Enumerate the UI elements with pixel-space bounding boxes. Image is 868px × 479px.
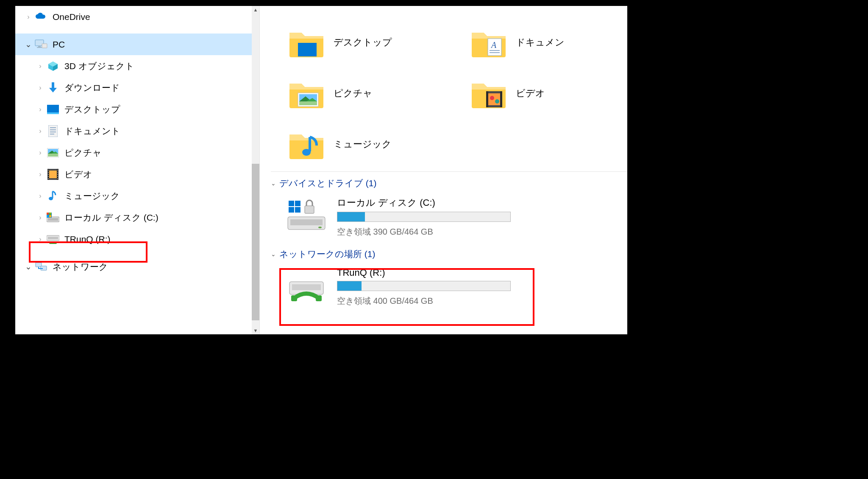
tree-label: ビデオ <box>64 168 252 180</box>
tree-label: PC <box>53 39 252 50</box>
tree-item-3d-objects[interactable]: › 3D オブジェクト <box>15 55 252 77</box>
navigation-pane: › OneDrive ⌄ <box>15 6 260 334</box>
tree-item-pictures[interactable]: › ピクチャ <box>15 142 252 163</box>
svg-point-60 <box>490 96 494 100</box>
expand-icon[interactable]: › <box>35 192 46 200</box>
svg-rect-31 <box>57 172 58 173</box>
tree-label: ネットワーク <box>53 261 252 273</box>
folder-tile-videos[interactable]: ビデオ <box>442 68 624 119</box>
tree-item-desktop[interactable]: › デスクトップ <box>15 98 252 120</box>
svg-rect-2 <box>37 47 42 48</box>
desktop-icon <box>46 102 60 117</box>
svg-rect-27 <box>48 174 49 175</box>
nav-scrollbar[interactable]: ▲ ▼ <box>252 6 259 334</box>
local-drive-icon <box>46 210 60 225</box>
network-drive-large-icon <box>286 267 327 303</box>
expand-icon[interactable]: › <box>35 106 46 113</box>
drive-tile-r[interactable]: TRunQ (R:) 空き領域 400 GB/464 GB <box>286 263 523 314</box>
local-drive-large-icon <box>286 196 327 232</box>
svg-rect-30 <box>57 170 58 171</box>
svg-rect-7 <box>52 82 54 88</box>
expand-icon[interactable]: › <box>35 127 46 135</box>
folder-tile-desktop[interactable]: デスクトップ <box>260 17 442 68</box>
tree-label: ミュージック <box>64 190 252 202</box>
svg-rect-39 <box>47 213 49 215</box>
tree-label: TRunQ (R:) <box>64 234 252 244</box>
folder-label: ミュージック <box>334 138 392 151</box>
svg-rect-42 <box>49 215 51 217</box>
svg-rect-10 <box>47 112 59 114</box>
folder-tile-music[interactable]: ミュージック <box>260 119 442 170</box>
svg-rect-76 <box>291 295 297 301</box>
folder-tile-documents[interactable]: A ドキュメン <box>442 17 624 68</box>
collapse-icon[interactable]: ⌄ <box>23 39 34 49</box>
expand-icon[interactable]: › <box>35 235 46 243</box>
tree-item-r-drive[interactable]: › TRunQ (R:) <box>15 228 252 250</box>
group-title: ネットワークの場所 (1) <box>279 248 376 260</box>
document-icon <box>46 124 60 138</box>
group-title: デバイスとドライブ (1) <box>279 177 377 189</box>
expand-icon[interactable]: › <box>23 13 34 21</box>
chevron-down-icon[interactable]: ⌄ <box>271 251 279 258</box>
svg-rect-20 <box>48 154 58 157</box>
explorer-window: › OneDrive ⌄ <box>15 6 627 334</box>
drive-name: ローカル ディスク (C:) <box>337 196 511 209</box>
capacity-fill <box>337 212 365 221</box>
pictures-folder-icon <box>289 76 324 111</box>
drive-name: TRunQ (R:) <box>337 267 511 278</box>
tree-item-videos[interactable]: › ビデオ <box>15 163 252 185</box>
svg-rect-72 <box>295 207 300 213</box>
svg-point-64 <box>302 149 311 156</box>
pc-icon <box>34 37 48 52</box>
tree-item-onedrive[interactable]: › OneDrive <box>15 6 252 28</box>
scroll-track[interactable] <box>252 14 259 327</box>
svg-rect-71 <box>289 207 294 213</box>
svg-rect-69 <box>289 201 294 206</box>
expand-icon[interactable]: › <box>35 171 46 178</box>
collapse-icon[interactable]: ⌄ <box>23 262 34 272</box>
tree-label: ピクチャ <box>64 147 252 159</box>
tree-item-downloads[interactable]: › ダウンロード <box>15 77 252 98</box>
group-header-network[interactable]: ⌄ ネットワークの場所 (1) <box>260 245 627 263</box>
tree-item-c-drive[interactable]: › ローカル ディスク (C:) <box>15 207 252 228</box>
tree-label: ダウンロード <box>64 82 252 94</box>
group-header-devices[interactable]: ⌄ デバイスとドライブ (1) <box>260 174 627 192</box>
expand-icon[interactable]: › <box>35 149 46 157</box>
tree-item-pc[interactable]: ⌄ PC <box>15 34 252 55</box>
svg-rect-75 <box>292 284 321 290</box>
svg-rect-63 <box>500 91 502 107</box>
tree-item-music[interactable]: › ミュージック <box>15 185 252 207</box>
network-drive-icon <box>46 232 60 247</box>
svg-text:A: A <box>490 40 497 50</box>
music-folder-icon <box>289 126 324 162</box>
drive-tile-c[interactable]: ローカル ディスク (C:) 空き領域 390 GB/464 GB <box>286 192 523 245</box>
scroll-down-button[interactable]: ▼ <box>252 327 259 334</box>
svg-rect-44 <box>48 237 58 239</box>
svg-rect-11 <box>48 125 58 137</box>
svg-rect-59 <box>488 93 500 105</box>
chevron-down-icon[interactable]: ⌄ <box>271 180 279 187</box>
svg-rect-33 <box>57 176 58 177</box>
expand-icon[interactable]: › <box>35 214 46 221</box>
content-pane: デスクトップ A ドキュメン <box>260 6 627 334</box>
scroll-up-button[interactable]: ▲ <box>252 6 259 14</box>
svg-rect-32 <box>57 174 58 175</box>
expand-icon[interactable]: › <box>35 84 46 92</box>
tree-item-documents[interactable]: › ドキュメント <box>15 120 252 142</box>
scroll-thumb[interactable] <box>252 164 259 320</box>
svg-rect-1 <box>38 46 41 47</box>
capacity-bar <box>337 212 511 222</box>
folder-tile-pictures[interactable]: ピクチャ <box>260 68 442 119</box>
svg-rect-34 <box>57 178 58 179</box>
expand-icon[interactable]: › <box>35 62 46 70</box>
onedrive-icon <box>34 10 48 24</box>
svg-rect-28 <box>48 176 49 177</box>
drive-stats: 空き領域 390 GB/464 GB <box>337 226 511 238</box>
tree-item-network[interactable]: ⌄ ネットワーク <box>15 256 252 277</box>
svg-point-61 <box>495 99 499 104</box>
nav-scroll-area: › OneDrive ⌄ <box>15 6 252 334</box>
svg-rect-73 <box>305 206 314 213</box>
videos-folder-icon <box>471 76 506 111</box>
svg-marker-8 <box>49 88 57 92</box>
folder-label: ビデオ <box>516 87 545 100</box>
